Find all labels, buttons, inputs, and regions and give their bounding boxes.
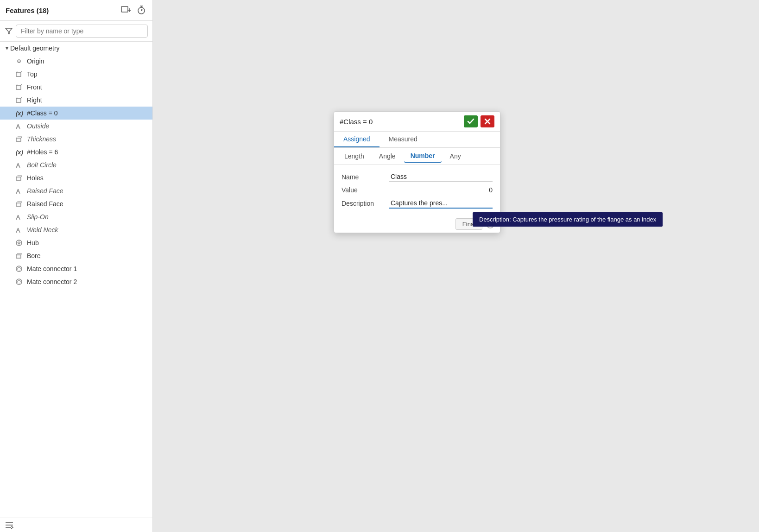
item-label: Front — [27, 83, 42, 91]
extrude-icon — [15, 135, 23, 143]
tab-angle[interactable]: Angle — [373, 150, 402, 163]
list-item[interactable]: Bolt Circle — [0, 158, 152, 171]
tab-any[interactable]: Any — [443, 150, 468, 163]
search-input[interactable] — [16, 25, 148, 38]
sketch-icon — [15, 122, 23, 130]
extrude-icon — [15, 200, 23, 208]
svg-line-30 — [18, 163, 20, 168]
filter-row — [0, 21, 152, 42]
list-item[interactable]: Top — [0, 68, 152, 81]
dialog-header: #Class = 0 — [334, 112, 500, 132]
sidebar-bottom-bar — [0, 518, 152, 532]
confirm-button[interactable] — [464, 115, 478, 127]
value-label: Value — [342, 186, 383, 194]
list-item[interactable]: Thickness — [0, 133, 152, 146]
item-label: Thickness — [27, 135, 56, 143]
dialog-body: Name Value 0 Description — [334, 165, 500, 215]
list-item[interactable]: Raised Face — [0, 184, 152, 197]
list-item[interactable]: Hub — [0, 236, 152, 249]
svg-line-16 — [21, 84, 22, 85]
mate-connector-icon — [15, 278, 23, 286]
list-item[interactable]: Raised Face — [0, 197, 152, 210]
sidebar-header: Features (18) — [0, 0, 152, 21]
list-view-button[interactable] — [5, 521, 14, 529]
chevron-down-icon: ▾ — [6, 45, 8, 51]
item-label: Hub — [27, 239, 39, 247]
variable-icon: (x) — [15, 109, 23, 117]
name-label: Name — [342, 173, 383, 181]
svg-point-59 — [16, 266, 22, 272]
list-item[interactable]: Slip-On — [0, 210, 152, 223]
svg-line-43 — [16, 215, 18, 220]
default-geometry-section[interactable]: ▾ Default geometry — [0, 42, 152, 55]
item-label: Outside — [27, 122, 49, 130]
list-item[interactable]: (x) #Class = 0 — [0, 107, 152, 120]
svg-point-50 — [18, 242, 20, 244]
svg-rect-11 — [16, 72, 21, 76]
hub-icon — [15, 239, 23, 247]
list-item[interactable]: Origin — [0, 55, 152, 68]
description-input[interactable] — [389, 198, 493, 209]
item-label: #Holes = 6 — [27, 148, 58, 156]
svg-line-37 — [18, 189, 20, 194]
sidebar-title: Features (18) — [6, 6, 49, 14]
list-item[interactable]: Weld Neck — [0, 223, 152, 236]
item-label: Top — [27, 70, 38, 78]
list-item[interactable]: Mate connector 1 — [0, 262, 152, 275]
list-item[interactable]: Bore — [0, 249, 152, 262]
dialog-tabs-row2: Length Angle Number Any — [334, 148, 500, 165]
list-item[interactable]: (x) #Holes = 6 — [0, 146, 152, 158]
svg-point-60 — [16, 279, 22, 285]
svg-line-44 — [18, 215, 20, 220]
tab-measured[interactable]: Measured — [380, 132, 427, 147]
origin-icon — [15, 57, 23, 65]
sidebar: Features (18) — [0, 0, 153, 532]
list-item[interactable]: Outside — [0, 120, 152, 133]
svg-text:(x): (x) — [16, 110, 23, 117]
description-tooltip: Description: Captures the pressure ratin… — [473, 212, 663, 227]
svg-text:(x): (x) — [16, 149, 23, 156]
svg-rect-55 — [16, 255, 21, 258]
main-content: #Class = 0 Assigned Measured — [153, 0, 759, 532]
timer-button[interactable] — [136, 5, 147, 16]
feature-list: ▾ Default geometry Origin Top — [0, 42, 152, 518]
tooltip-text: Description: Captures the pressure ratin… — [479, 216, 656, 223]
svg-line-46 — [16, 228, 18, 233]
tab-assigned[interactable]: Assigned — [334, 132, 380, 147]
svg-line-21 — [16, 124, 18, 129]
dialog-tabs-row1: Assigned Measured — [334, 132, 500, 148]
list-item[interactable]: Front — [0, 81, 152, 94]
final-button[interactable]: Final — [455, 218, 482, 230]
filter-icon — [5, 27, 13, 35]
value-display: 0 — [389, 186, 493, 194]
add-feature-button[interactable] — [120, 5, 132, 15]
svg-line-19 — [21, 97, 22, 98]
plane-icon — [15, 70, 23, 78]
cancel-button[interactable] — [481, 115, 494, 127]
item-label: Slip-On — [27, 213, 49, 221]
name-row: Name — [334, 170, 500, 184]
dialog-header-buttons — [464, 115, 494, 127]
item-label: Holes — [27, 174, 44, 182]
plane-icon — [15, 83, 23, 91]
plane-icon — [15, 96, 23, 104]
help-button[interactable]: ? — [486, 220, 494, 228]
svg-line-47 — [18, 228, 20, 233]
section-label: Default geometry — [10, 44, 60, 52]
tab-length[interactable]: Length — [338, 150, 371, 163]
list-item[interactable]: Right — [0, 94, 152, 107]
list-item[interactable]: Mate connector 2 — [0, 275, 152, 288]
svg-rect-0 — [121, 6, 128, 12]
item-label: Raised Face — [27, 187, 63, 195]
value-row: Value 0 — [334, 184, 500, 196]
svg-rect-24 — [16, 138, 21, 141]
variable-icon: (x) — [15, 148, 23, 156]
list-item[interactable]: Holes — [0, 171, 152, 184]
item-label: Mate connector 1 — [27, 265, 77, 272]
svg-rect-32 — [16, 177, 21, 180]
name-input[interactable] — [389, 172, 493, 182]
item-label: Origin — [27, 57, 44, 65]
sidebar-icon-group — [120, 5, 147, 16]
item-label: Raised Face — [27, 200, 63, 208]
tab-number[interactable]: Number — [404, 150, 442, 163]
